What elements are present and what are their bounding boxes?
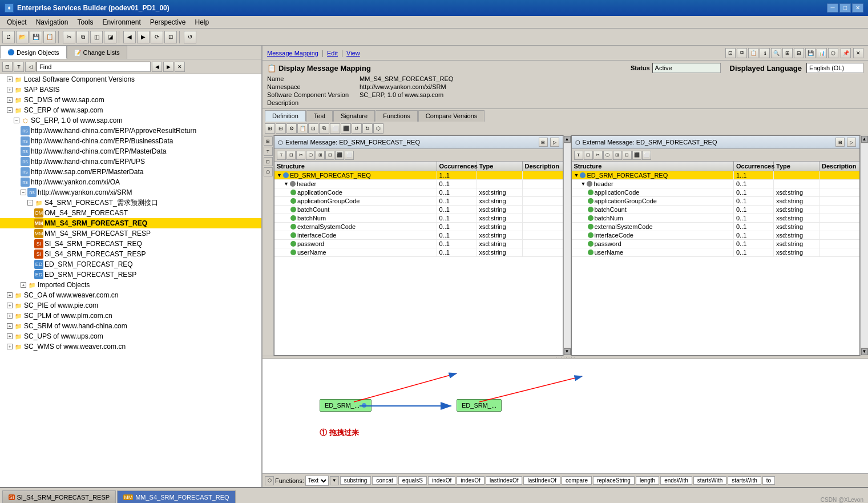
table-row[interactable]: password 0..1 xsd:string	[572, 240, 860, 248]
func-substring[interactable]: substring	[340, 476, 372, 485]
th-btn1[interactable]: ⊟	[835, 138, 845, 147]
table-row[interactable]: interfaceCode 0..1 xsd:string	[274, 231, 563, 240]
link-edit[interactable]: Edit	[327, 50, 338, 57]
tree-item-sc-plm[interactable]: + 📁 SC_PLM of www.plm.com.cn	[0, 311, 261, 321]
mini-btn2[interactable]: T	[264, 147, 273, 156]
right-v-scrollbar[interactable]: ▲ ▼	[860, 135, 868, 356]
def-tb2[interactable]: ⊟	[276, 123, 286, 134]
lt-btn3[interactable]: ◁	[25, 62, 35, 72]
expand-icon[interactable]: +	[7, 344, 13, 349]
rt-btn3[interactable]: 📋	[748, 48, 758, 58]
table-row[interactable]: ▼ header 0..1	[572, 180, 860, 188]
func-lastindexof2[interactable]: lastIndexOf	[523, 476, 560, 485]
tree-item-ns5[interactable]: ns http://www.sap.com/ERP/MasterData	[0, 167, 261, 177]
func-startswith2[interactable]: startsWith	[728, 476, 761, 485]
def-tb11[interactable]: ⬡	[373, 123, 383, 134]
func-concat[interactable]: concat	[372, 476, 397, 485]
expand-icon[interactable]: −	[14, 118, 19, 123]
expand-icon[interactable]: −	[27, 200, 33, 206]
rt-btn6[interactable]: ⊞	[782, 48, 793, 58]
tab-definition[interactable]: Definition	[265, 110, 306, 122]
lt-btn6[interactable]: ✕	[175, 62, 185, 72]
mini-btn1[interactable]: ⊞	[264, 136, 273, 146]
table-row[interactable]: applicationGroupCode 0..1 xsd:string	[572, 197, 860, 206]
rt-btn8[interactable]: 💾	[805, 48, 815, 58]
func-icon[interactable]: ⬡	[265, 476, 274, 485]
func-endswith[interactable]: endsWith	[660, 476, 692, 485]
rt-btn7[interactable]: ⊟	[794, 48, 804, 58]
table-row[interactable]: applicationGroupCode 0..1 xsd:string	[274, 197, 563, 206]
tt5[interactable]: ⊞	[613, 151, 622, 160]
sh-btn1[interactable]: ⊟	[539, 138, 548, 147]
tree-item-sc-srm[interactable]: + 📁 SC_SRM of www.hand-china.com	[0, 321, 261, 331]
table-row[interactable]: applicationCode 0..1 xsd:string	[274, 188, 563, 197]
st4[interactable]: ⬡	[306, 151, 315, 160]
source-table-body[interactable]: ▼ ED_SRM_FORECAST_REQ 1..1 ▼	[274, 171, 563, 355]
tree-item-ns3[interactable]: ns http://www.hand-china.com/ERP/MasterD…	[0, 146, 261, 156]
def-tb9[interactable]: ↺	[352, 123, 362, 134]
expand-icon[interactable]: −	[21, 190, 26, 195]
table-row[interactable]: ▼ ED_SRM_FORECAST_REQ 1..1	[274, 171, 563, 180]
table-row[interactable]: password 0..1 xsd:string	[274, 240, 563, 248]
tt7[interactable]: ⬛	[632, 151, 641, 160]
func-replacestring[interactable]: replaceString	[593, 476, 635, 485]
scroll-thumb[interactable]	[564, 143, 571, 348]
rt-btn4[interactable]: ℹ	[760, 48, 770, 58]
tree-item-sc-pie[interactable]: + 📁 SC_PIE of www.pie.com	[0, 300, 261, 311]
tree-item-ns4[interactable]: ns http://www.hand-china.com/ERP/UPS	[0, 156, 261, 167]
expand-icon[interactable]: +	[21, 282, 26, 288]
tt2[interactable]: ⊡	[584, 151, 593, 160]
tree-item-local-sw[interactable]: + 📁 Local Software Component Versions	[0, 74, 261, 84]
expand-icon[interactable]: −	[7, 107, 13, 113]
expand-icon[interactable]: +	[7, 333, 13, 339]
tree-item-ns1[interactable]: ns http://www.hand-china.com/ERP/Approve…	[0, 126, 261, 136]
tree-item-imported[interactable]: + 📁 Imported Objects	[0, 280, 261, 290]
table-row[interactable]: externalSystemCode 0..1 xsd:string	[274, 223, 563, 231]
table-row[interactable]: userName 0..1 xsd:string	[274, 248, 563, 257]
menu-object[interactable]: Object	[2, 17, 31, 27]
tab-design-objects[interactable]: 🔵 Design Objects	[0, 46, 67, 59]
tab-change-lists[interactable]: 📝 Change Lists	[67, 46, 127, 59]
scroll-down-r[interactable]: ▼	[861, 348, 868, 355]
tree-item-ns2[interactable]: ns http://www.hand-china.com/ERP/Busines…	[0, 136, 261, 146]
rt-close[interactable]: ✕	[853, 48, 863, 58]
tb-btn7[interactable]: ◫	[90, 31, 103, 43]
menu-navigation[interactable]: Navigation	[31, 17, 73, 27]
close-btn[interactable]: ✕	[852, 3, 863, 13]
link-message-mapping[interactable]: Message Mapping	[267, 50, 318, 57]
func-length[interactable]: length	[636, 476, 659, 485]
tree-item-sap-basis[interactable]: + 📁 SAP BASIS	[0, 84, 261, 95]
tb-btn8[interactable]: ◪	[104, 31, 116, 43]
tree-item-sc-erp-10[interactable]: − ⬡ SC_ERP, 1.0 of www.sap.com	[0, 115, 261, 126]
tree-item-sc-wms[interactable]: + 📁 SC_WMS of www.weaver.com.cn	[0, 341, 261, 352]
tree-item-sc-oa[interactable]: + 📁 SC_OA of www.weaver.com.cn	[0, 290, 261, 300]
find-input[interactable]	[37, 62, 151, 72]
tab-signature[interactable]: Signature	[333, 110, 375, 122]
st5[interactable]: ⊞	[316, 151, 325, 160]
rt-btn1[interactable]: ⊡	[725, 48, 736, 58]
menu-help[interactable]: Help	[190, 17, 213, 27]
bottom-tab-si[interactable]: SI SI_S4_SRM_FORECAST_RESP	[2, 490, 116, 503]
tb-forward[interactable]: ▶	[137, 31, 150, 43]
maximize-btn[interactable]: □	[839, 3, 851, 13]
def-tb3[interactable]: ⚙	[286, 123, 297, 134]
minimize-btn[interactable]: ─	[827, 3, 838, 13]
func-equalss[interactable]: equalsS	[398, 476, 427, 485]
tb-cut[interactable]: ✂	[63, 31, 75, 43]
scroll-thumb-r[interactable]	[861, 143, 868, 348]
menu-perspective[interactable]: Perspective	[146, 17, 191, 27]
tt3[interactable]: ✂	[594, 151, 603, 160]
tree-item-si-resp[interactable]: SI SI_S4_SRM_FORECAST_RESP	[0, 249, 261, 259]
table-row[interactable]: batchNum 0..1 xsd:string	[572, 214, 860, 223]
def-tb7[interactable]: ⬜	[330, 123, 340, 134]
mini-btn4[interactable]: ⬡	[264, 167, 273, 176]
mini-btn3[interactable]: ⊡	[264, 157, 273, 166]
mapping-canvas[interactable]: ED_SRM_... ED_SRM_...	[263, 359, 868, 473]
tree-item-sc-ups[interactable]: + 📁 SC_UPS of www.ups.com	[0, 331, 261, 341]
target-table-body[interactable]: ▼ ED_SRM_FORECAST_REQ 1..1 ▼	[572, 171, 860, 355]
tb-btn12[interactable]: ⊡	[164, 31, 177, 43]
lt-btn1[interactable]: ⊡	[2, 62, 13, 72]
tree-item-s4-srm[interactable]: − 📁 S4_SRM_FORECAST_需求预测接口	[0, 198, 261, 208]
tb-new[interactable]: 🗋	[2, 31, 15, 43]
tb-refresh[interactable]: ↺	[184, 31, 196, 43]
